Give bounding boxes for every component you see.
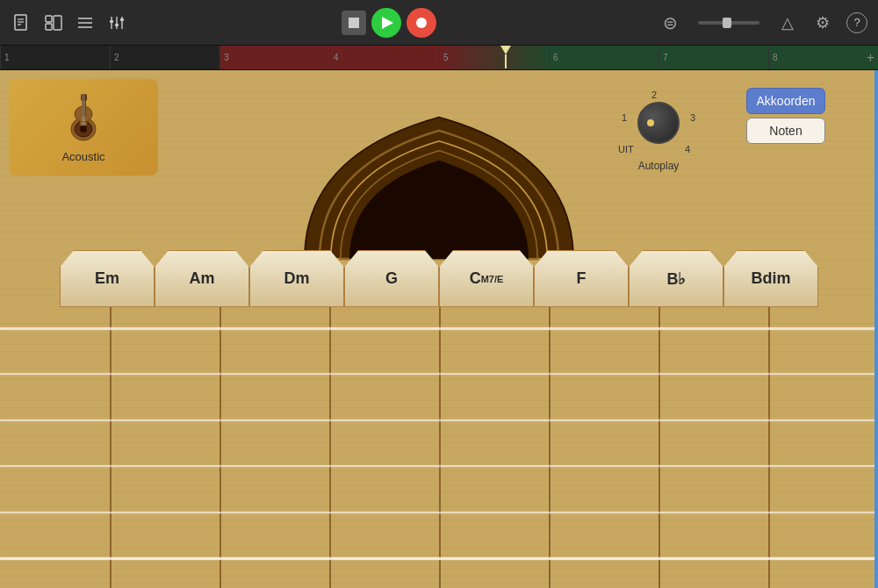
record-button[interactable] — [407, 8, 436, 38]
toolbar: ⊜ △ ⚙ ? — [0, 0, 878, 46]
autoplay-panel: UIT 1 2 3 4 Autoplay — [615, 88, 702, 172]
chord-key-cm7e[interactable]: CM7/E — [439, 250, 534, 307]
timeline: 1 2 3 4 5 6 7 8 + — [0, 46, 878, 70]
cycle-icon[interactable]: ⊜ — [658, 11, 681, 34]
add-track-button[interactable]: + — [867, 50, 874, 66]
autoplay-pos-1: 1 — [622, 112, 627, 123]
notes-mode-button[interactable]: Noten — [746, 118, 825, 144]
svg-rect-4 — [46, 16, 52, 22]
ruler-segment-8[interactable]: 8 — [768, 46, 878, 69]
playhead[interactable] — [505, 46, 507, 69]
autoplay-pos-3: 3 — [690, 112, 695, 123]
mode-buttons: Akkoorden Noten — [746, 88, 825, 144]
chord-key-am[interactable]: Am — [155, 250, 249, 307]
chord-key-g[interactable]: G — [344, 250, 439, 307]
help-icon[interactable]: ? — [846, 12, 867, 33]
metronome-icon[interactable]: △ — [776, 11, 799, 34]
autoplay-pos-2: 2 — [651, 90, 657, 100]
ruler-segment-5[interactable]: 5 — [439, 46, 549, 69]
chord-key-dm[interactable]: Dm — [249, 250, 344, 307]
track-edge-indicator — [874, 70, 878, 588]
chord-key-f[interactable]: F — [534, 250, 629, 307]
autoplay-label: Autoplay — [638, 160, 680, 172]
chord-key-bb[interactable]: B♭ — [629, 250, 723, 307]
toolbar-right-controls: ⊜ △ ⚙ ? — [658, 11, 867, 34]
svg-rect-13 — [110, 20, 113, 23]
guitar-icon — [61, 92, 105, 145]
chords-mode-button[interactable]: Akkoorden — [746, 88, 825, 114]
ruler-segment-4[interactable]: 4 — [329, 46, 439, 69]
ruler-segment-2[interactable]: 2 — [110, 46, 220, 69]
chord-keys-row: Em Am Dm G CM7/E F B♭ Bdim — [0, 246, 878, 307]
play-button[interactable] — [371, 8, 401, 38]
strings-area — [0, 281, 878, 588]
instrument-name: Acoustic — [61, 150, 104, 163]
ruler-segment-1[interactable]: 1 — [0, 46, 110, 69]
string-6[interactable] — [0, 557, 878, 560]
new-document-icon[interactable] — [11, 11, 33, 34]
ruler: 1 2 3 4 5 6 7 8 — [0, 46, 878, 69]
layout-icon[interactable] — [42, 11, 65, 34]
string-3[interactable] — [0, 419, 878, 421]
svg-rect-6 — [54, 16, 61, 30]
autoplay-knob-area: UIT 1 2 3 4 — [615, 88, 702, 158]
main-instrument-area: Acoustic Em Am D — [0, 70, 878, 588]
svg-rect-14 — [115, 24, 119, 26]
chord-key-em[interactable]: Em — [60, 250, 155, 307]
settings-icon[interactable]: ⚙ — [811, 11, 834, 34]
svg-rect-21 — [81, 94, 87, 101]
string-4[interactable] — [0, 465, 878, 467]
list-icon[interactable] — [74, 11, 97, 34]
ruler-segment-6[interactable]: 6 — [549, 46, 658, 69]
ruler-segment-7[interactable]: 7 — [658, 46, 768, 69]
svg-rect-15 — [120, 18, 124, 21]
mixer-icon[interactable] — [105, 11, 128, 34]
autoplay-knob[interactable] — [637, 102, 680, 144]
string-2[interactable] — [0, 373, 878, 375]
chord-key-bdim[interactable]: Bdim — [723, 250, 818, 307]
string-1[interactable] — [0, 327, 878, 330]
stop-button[interactable] — [342, 11, 366, 35]
ruler-segment-3[interactable]: 3 — [220, 46, 329, 69]
instrument-thumbnail[interactable]: Acoustic — [9, 79, 158, 176]
svg-rect-5 — [46, 24, 52, 30]
transport-controls — [342, 8, 436, 38]
string-5[interactable] — [0, 512, 878, 513]
svg-point-24 — [80, 125, 87, 133]
autoplay-pos-4: 4 — [685, 144, 690, 154]
master-volume-slider[interactable] — [694, 11, 764, 34]
